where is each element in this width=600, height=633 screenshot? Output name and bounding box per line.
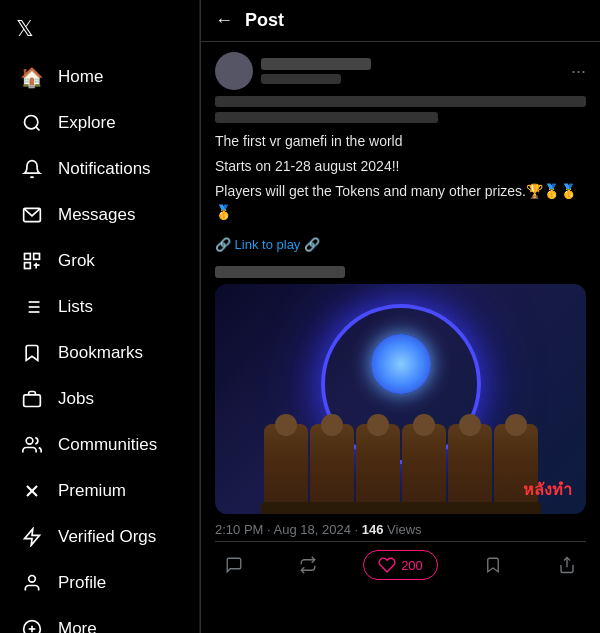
sidebar-item-label: Grok (58, 251, 95, 271)
soldier-4 (402, 424, 446, 514)
sidebar-item-label: Notifications (58, 159, 151, 179)
share-button[interactable] (548, 550, 586, 580)
bell-icon (20, 157, 44, 181)
post-line-1: The first vr gamefi in the world (215, 131, 586, 152)
author-handle (261, 74, 341, 84)
svg-rect-4 (34, 254, 40, 260)
sidebar-item-grok[interactable]: Grok (4, 239, 195, 283)
sidebar-item-label: Jobs (58, 389, 94, 409)
svg-rect-3 (25, 254, 31, 260)
blurred-text-2 (215, 112, 438, 123)
blurred-bar (215, 266, 345, 278)
sidebar-item-label: Communities (58, 435, 157, 455)
author-names (261, 58, 371, 84)
share-icon (558, 556, 576, 574)
sidebar-item-communities[interactable]: Communities (4, 423, 195, 467)
bookmark-action-icon (484, 556, 502, 574)
svg-rect-12 (24, 395, 41, 407)
sidebar-item-more[interactable]: More (4, 607, 195, 633)
link-text: 🔗 Link to play 🔗 (215, 237, 320, 252)
heart-icon (378, 556, 396, 574)
sidebar-item-bookmarks[interactable]: Bookmarks (4, 331, 195, 375)
premium-icon (20, 479, 44, 503)
back-button[interactable]: ← (215, 10, 233, 31)
sidebar: 𝕏 🏠 Home Explore Notifications Messages … (0, 0, 200, 633)
post-line-3: Players will get the Tokens and many oth… (215, 181, 586, 223)
sidebar-item-premium[interactable]: Premium (4, 469, 195, 513)
timestamp: 2:10 PM · Aug 18, 2024 (215, 522, 351, 537)
svg-rect-5 (25, 263, 31, 269)
avatar (215, 52, 253, 90)
retweet-icon (299, 556, 317, 574)
sidebar-item-label: Bookmarks (58, 343, 143, 363)
views-separator: · (355, 522, 362, 537)
soldier-5 (448, 424, 492, 514)
sidebar-item-label: Lists (58, 297, 93, 317)
sidebar-item-explore[interactable]: Explore (4, 101, 195, 145)
timestamp-row: 2:10 PM · Aug 18, 2024 · 146 Views (215, 522, 586, 537)
communities-icon (20, 433, 44, 457)
soldier-3 (356, 424, 400, 514)
sidebar-item-label: Messages (58, 205, 135, 225)
mail-icon (20, 203, 44, 227)
post-header: ← Post (201, 0, 600, 42)
like-button[interactable]: 200 (363, 550, 438, 580)
svg-point-17 (29, 576, 36, 583)
bookmark-icon (20, 341, 44, 365)
post-header-title: Post (245, 10, 284, 31)
sidebar-item-profile[interactable]: Profile (4, 561, 195, 605)
sidebar-item-label: Profile (58, 573, 106, 593)
sidebar-item-label: Explore (58, 113, 116, 133)
retweet-button[interactable] (289, 550, 327, 580)
search-icon (20, 111, 44, 135)
sidebar-item-label: More (58, 619, 97, 633)
verified-orgs-icon (20, 525, 44, 549)
comment-icon (225, 556, 243, 574)
soldier-2 (310, 424, 354, 514)
lists-icon (20, 295, 44, 319)
views-count: 146 (362, 522, 384, 537)
svg-marker-16 (25, 529, 40, 546)
sidebar-item-messages[interactable]: Messages (4, 193, 195, 237)
soldier-1 (264, 424, 308, 514)
image-orb (371, 334, 431, 394)
like-count: 200 (401, 558, 423, 573)
bookmark-button[interactable] (474, 550, 512, 580)
home-icon: 🏠 (20, 65, 44, 89)
sidebar-item-label: Premium (58, 481, 126, 501)
sidebar-item-label: Home (58, 67, 103, 87)
post-body: The first vr gamefi in the world Starts … (215, 131, 586, 223)
more-icon (20, 617, 44, 633)
comment-button[interactable] (215, 550, 253, 580)
post-line-2: Starts on 21-28 august 2024!! (215, 156, 586, 177)
sidebar-item-verified-orgs[interactable]: Verified Orgs (4, 515, 195, 559)
blurred-text-1 (215, 96, 586, 107)
main-content: ← Post ··· The first vr gamefi in the wo… (200, 0, 600, 633)
sidebar-item-jobs[interactable]: Jobs (4, 377, 195, 421)
post-more-button[interactable]: ··· (571, 61, 586, 82)
author-name (261, 58, 371, 70)
views-label: Views (387, 522, 421, 537)
profile-icon (20, 571, 44, 595)
svg-point-0 (25, 116, 38, 129)
post-content: ··· The first vr gamefi in the world Sta… (201, 42, 600, 594)
author-info (215, 52, 371, 90)
x-logo[interactable]: 𝕏 (0, 8, 199, 54)
grok-icon (20, 249, 44, 273)
actions-row: 200 (215, 541, 586, 584)
sidebar-item-label: Verified Orgs (58, 527, 156, 547)
author-row: ··· (215, 52, 586, 90)
sidebar-item-notifications[interactable]: Notifications (4, 147, 195, 191)
sidebar-item-lists[interactable]: Lists (4, 285, 195, 329)
link-to-play[interactable]: 🔗 Link to play 🔗 (215, 237, 320, 252)
svg-point-13 (26, 438, 33, 445)
sidebar-item-home[interactable]: 🏠 Home (4, 55, 195, 99)
post-image: หลังทำ (215, 284, 586, 514)
jobs-icon (20, 387, 44, 411)
svg-line-1 (36, 127, 40, 131)
watermark: หลังทำ (523, 477, 572, 502)
